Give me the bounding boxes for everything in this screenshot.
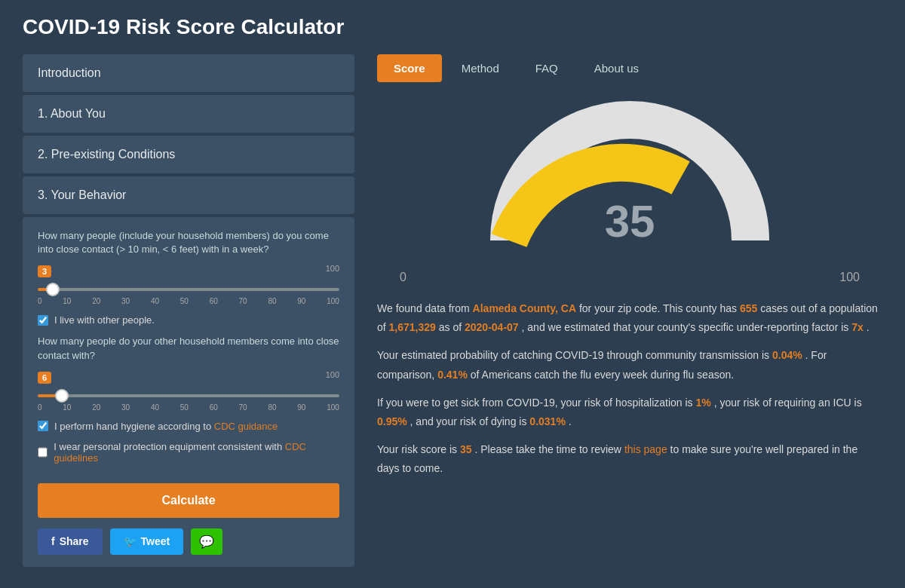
- app-title: COVID-19 Risk Score Calculator: [23, 15, 882, 39]
- checkbox1[interactable]: [38, 315, 48, 326]
- facebook-share-button[interactable]: f Share: [38, 528, 103, 555]
- checkbox1-row: I live with other people.: [38, 314, 339, 326]
- cdc-link-1[interactable]: CDC guidance: [214, 421, 278, 432]
- q1-slider-container: 3 100 0102030405060708090100: [38, 264, 339, 305]
- flu-comparison: 0.41%: [437, 369, 468, 381]
- county-name: Alameda County, CA: [473, 302, 576, 314]
- q2-ticks: 0102030405060708090100: [38, 403, 339, 412]
- checkbox3-label: I wear personal protection equipment con…: [54, 441, 339, 464]
- q2-max-label: 100: [326, 370, 339, 379]
- q2-label: How many people do your other household …: [38, 335, 339, 362]
- tab-about-us[interactable]: About us: [578, 54, 655, 82]
- checkbox2-row: I perform hand hygiene according to CDC …: [38, 421, 339, 432]
- date: 2020-04-07: [465, 321, 519, 333]
- gauge-container: 35: [377, 97, 882, 263]
- checkbox1-label: I live with other people.: [54, 314, 155, 326]
- icu-risk: 0.95%: [377, 415, 407, 427]
- top-nav: Score Method FAQ About us: [377, 54, 882, 82]
- checkbox2[interactable]: [38, 421, 48, 431]
- tab-score[interactable]: Score: [377, 54, 442, 82]
- tab-faq[interactable]: FAQ: [519, 54, 575, 82]
- q2-slider[interactable]: [38, 394, 339, 397]
- gauge-max: 100: [839, 271, 860, 284]
- calculate-button[interactable]: Calculate: [38, 483, 339, 518]
- right-panel: Score Method FAQ About us 35 0 100: [377, 54, 882, 488]
- checkbox3[interactable]: [38, 447, 48, 458]
- nav-introduction[interactable]: Introduction: [23, 54, 354, 92]
- gauge-min: 0: [400, 271, 406, 284]
- cases-count: 655: [740, 302, 757, 314]
- community-paragraph: Your estimated probability of catching C…: [377, 346, 882, 384]
- nav-pre-existing[interactable]: 2. Pre-existing Conditions: [23, 136, 354, 173]
- q1-max-label: 100: [326, 264, 339, 273]
- tab-method[interactable]: Method: [445, 54, 516, 82]
- gauge-svg: 35: [486, 97, 773, 263]
- wechat-icon: 💬: [199, 534, 214, 549]
- q2-value-bubble: 6: [38, 372, 51, 384]
- svg-text:35: 35: [605, 196, 655, 247]
- nav-your-behavior[interactable]: 3. Your Behavior: [23, 176, 354, 214]
- hosp-risk: 1%: [696, 397, 711, 409]
- checkbox3-row: I wear personal protection equipment con…: [38, 441, 339, 464]
- checkbox2-label: I perform hand hygiene according to CDC …: [54, 421, 278, 432]
- risk-score: 35: [460, 443, 472, 455]
- gauge-labels: 0 100: [377, 271, 882, 284]
- under-reporting: 7x: [851, 321, 864, 333]
- death-risk: 0.031%: [529, 415, 565, 427]
- q1-label: How many people (include your household …: [38, 229, 339, 256]
- q1-value-bubble: 3: [38, 265, 51, 277]
- q1-ticks: 0102030405060708090100: [38, 297, 339, 305]
- population: 1,671,329: [389, 321, 436, 333]
- social-buttons: f Share 🐦 Tweet 💬: [38, 528, 339, 555]
- left-panel: Introduction 1. About You 2. Pre-existin…: [23, 54, 354, 570]
- twitter-icon: 🐦: [124, 535, 137, 547]
- risk-paragraph: If you were to get sick from COVID-19, y…: [377, 394, 882, 431]
- behavior-section: How many people (include your household …: [23, 217, 354, 567]
- twitter-tweet-button[interactable]: 🐦 Tweet: [110, 528, 184, 555]
- community-prob: 0.04%: [772, 349, 802, 361]
- score-paragraph: Your risk score is 35 . Please take the …: [377, 440, 882, 478]
- q1-slider[interactable]: [38, 288, 339, 291]
- results-text: We found data from Alameda County, CA fo…: [377, 299, 882, 479]
- nav-about-you[interactable]: 1. About You: [23, 95, 354, 133]
- wechat-button[interactable]: 💬: [191, 528, 222, 555]
- county-paragraph: We found data from Alameda County, CA fo…: [377, 299, 882, 337]
- this-page-link[interactable]: this page: [624, 443, 667, 455]
- q2-slider-container: 6 100 0102030405060708090100: [38, 370, 339, 412]
- facebook-icon: f: [51, 535, 55, 547]
